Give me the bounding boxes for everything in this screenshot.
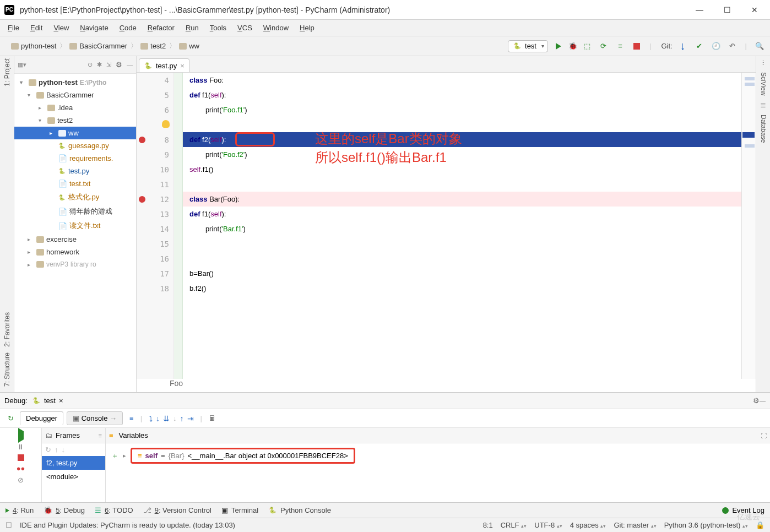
frame-prev-icon[interactable]: ↻ bbox=[45, 446, 51, 454]
code-line-8[interactable]: def f2(self): bbox=[183, 132, 741, 147]
tree-test.py[interactable]: 🐍test.py bbox=[14, 165, 136, 177]
gutter-line-16[interactable]: 16 bbox=[137, 251, 173, 266]
code-line-5[interactable]: def f1(self): bbox=[183, 88, 741, 102]
tab-run[interactable]: 4: Run bbox=[6, 506, 34, 514]
maximize-button[interactable]: ☐ bbox=[716, 2, 738, 18]
gutter-line-10[interactable]: 10 bbox=[137, 162, 173, 177]
menu-code[interactable]: Code bbox=[120, 24, 137, 32]
select-opened-icon[interactable]: ⊙ bbox=[88, 61, 93, 68]
breadcrumb-test2[interactable]: test2 bbox=[140, 42, 166, 50]
menu-file[interactable]: File bbox=[8, 24, 19, 32]
gutter[interactable]: 456789101112131415161718 bbox=[137, 73, 174, 379]
code-line-7[interactable] bbox=[183, 117, 741, 132]
frame-f2[interactable]: f2, test.py bbox=[42, 456, 105, 470]
menu-edit[interactable]: Edit bbox=[30, 24, 42, 32]
profile-button[interactable]: ⟳ bbox=[598, 40, 610, 52]
add-watch-icon[interactable]: ＋ bbox=[111, 451, 118, 461]
tree-.idea[interactable]: ▸.idea bbox=[14, 101, 136, 114]
tab-python-console[interactable]: 🐍Python Console bbox=[268, 506, 331, 515]
gutter-line-15[interactable]: 15 bbox=[137, 236, 173, 251]
code-line-18[interactable]: b.f2() bbox=[183, 281, 741, 296]
status-caret-pos[interactable]: 8:1 bbox=[483, 521, 493, 529]
concurrency-button[interactable]: ≡ bbox=[614, 40, 626, 52]
collapse-icon[interactable]: ⇲ bbox=[106, 61, 111, 68]
debug-button[interactable]: 🐞 bbox=[569, 42, 577, 50]
view-mode-icon[interactable]: ▦▾ bbox=[18, 61, 26, 68]
rail-favorites[interactable]: 2: Favorites bbox=[3, 312, 11, 347]
status-sdk[interactable]: Python 3.6 (python-test) ▴▾ bbox=[664, 521, 748, 529]
view-breakpoints-button[interactable]: ●● bbox=[17, 464, 25, 473]
code-line-11[interactable] bbox=[183, 177, 741, 192]
restore-layout-icon[interactable]: ⛶ bbox=[761, 432, 767, 439]
breadcrumb-BasicGrammer[interactable]: BasicGrammer bbox=[69, 42, 127, 50]
tab-terminal[interactable]: ▣Terminal bbox=[221, 506, 258, 514]
hide-icon[interactable]: — bbox=[127, 62, 133, 68]
frame-down-icon[interactable]: ↓ bbox=[62, 446, 66, 454]
frame-module[interactable]: <module> bbox=[42, 470, 105, 484]
step-into-my-button[interactable]: ⇊ bbox=[163, 414, 170, 423]
expand-icon[interactable]: ✱ bbox=[97, 61, 102, 68]
settings-icon[interactable]: ⚙ bbox=[116, 61, 122, 69]
project-tree[interactable]: ▾python-test E:\Pytho▾BasicGrammer▸.idea… bbox=[14, 74, 136, 392]
tree-venvP3[interactable]: ▸venvP3 library ro bbox=[14, 258, 136, 270]
close-button[interactable]: ✕ bbox=[744, 2, 766, 18]
code-line-9[interactable]: print('Foo.f2') bbox=[183, 147, 741, 162]
vcs-commit-button[interactable]: ✔ bbox=[693, 40, 706, 52]
gutter-line-13[interactable]: 13 bbox=[137, 207, 173, 221]
variable-row[interactable]: ＋ ▸ ≡ self = {Bar} <__main__.Bar object … bbox=[106, 443, 770, 468]
tab-debug[interactable]: 🐞5: Debug bbox=[44, 506, 85, 514]
intention-bulb-icon[interactable] bbox=[162, 120, 170, 128]
stop-button[interactable] bbox=[631, 40, 643, 52]
debug-hide-icon[interactable]: — bbox=[760, 398, 766, 404]
gutter-line-4[interactable]: 4 bbox=[137, 73, 173, 88]
vcs-revert-button[interactable]: ↶ bbox=[726, 40, 739, 52]
menu-navigate[interactable]: Navigate bbox=[80, 24, 108, 32]
breadcrumbs-below[interactable]: Foo bbox=[137, 379, 756, 392]
code-line-14[interactable]: print('Bar.f1') bbox=[183, 221, 741, 236]
frame-up-icon[interactable]: ↑ bbox=[55, 446, 58, 454]
tree-读文件.txt[interactable]: 📄读文件.txt bbox=[14, 219, 136, 233]
status-lock-icon[interactable]: 🔒 bbox=[756, 521, 764, 529]
rail-project[interactable]: 1: Project bbox=[3, 58, 11, 86]
code-line-16[interactable] bbox=[183, 251, 741, 266]
status-line-sep[interactable]: CRLF ▴▾ bbox=[501, 521, 527, 529]
run-coverage-button[interactable]: ⬚ bbox=[581, 40, 593, 52]
rerun-button[interactable]: ↻ bbox=[4, 412, 17, 425]
console-tab[interactable]: ▣ Console → bbox=[67, 411, 123, 425]
step-over-button[interactable]: ⤵ bbox=[149, 414, 153, 423]
code-line-15[interactable] bbox=[183, 236, 741, 251]
tab-todo[interactable]: ☰6: TODO bbox=[95, 506, 133, 514]
breadcrumb-python-test[interactable]: python-test bbox=[11, 42, 56, 50]
code-line-10[interactable]: self.f1() bbox=[183, 162, 741, 177]
tab-vcs[interactable]: ⎇9: Version Control bbox=[143, 506, 212, 514]
step-out-button[interactable]: ↑ bbox=[180, 414, 184, 423]
code-line-4[interactable]: class Foo: bbox=[183, 73, 741, 88]
menu-help[interactable]: Help bbox=[300, 24, 314, 32]
status-indent[interactable]: 4 spaces ▴▾ bbox=[570, 521, 606, 529]
code-view[interactable]: 这里的self是Bar类的对象 所以self.f1()输出Bar.f1 clas… bbox=[183, 73, 741, 379]
gutter-line-14[interactable]: 14 bbox=[137, 221, 173, 236]
menu-window[interactable]: Window bbox=[263, 24, 289, 32]
run-config-dropdown[interactable]: 🐍 test bbox=[508, 40, 548, 52]
menu-vcs[interactable]: VCS bbox=[237, 24, 252, 32]
tree-python-test[interactable]: ▾python-test E:\Pytho bbox=[14, 76, 136, 89]
tree-ww[interactable]: ▸ww bbox=[14, 127, 136, 139]
minimap[interactable] bbox=[741, 73, 756, 379]
breadcrumb-ww[interactable]: ww bbox=[179, 42, 199, 50]
stop-debug-button[interactable] bbox=[18, 454, 24, 461]
pause-button[interactable]: ⏸ bbox=[17, 443, 24, 451]
tree-BasicGrammer[interactable]: ▾BasicGrammer bbox=[14, 89, 136, 101]
rail-structure[interactable]: 7: Structure bbox=[3, 352, 11, 387]
tree-猜年龄的游戏[interactable]: 📄猜年龄的游戏 bbox=[14, 204, 136, 219]
code-line-12[interactable]: class Bar(Foo): bbox=[183, 192, 741, 207]
rail-sciview[interactable]: SciView bbox=[760, 72, 767, 95]
step-into-button[interactable]: ↓ bbox=[156, 414, 160, 423]
tree-test2[interactable]: ▾test2 bbox=[14, 114, 136, 127]
menu-run[interactable]: Run bbox=[186, 24, 199, 32]
vcs-update-button[interactable]: ⭣ bbox=[677, 40, 689, 52]
tree-excercise[interactable]: ▸excercise bbox=[14, 233, 136, 246]
run-to-cursor-button[interactable]: ⇥ bbox=[187, 414, 194, 423]
gutter-line-7[interactable]: 7 bbox=[137, 117, 173, 132]
rail-database[interactable]: Database bbox=[760, 115, 767, 143]
debug-settings-icon[interactable]: ⚙ bbox=[753, 397, 760, 405]
